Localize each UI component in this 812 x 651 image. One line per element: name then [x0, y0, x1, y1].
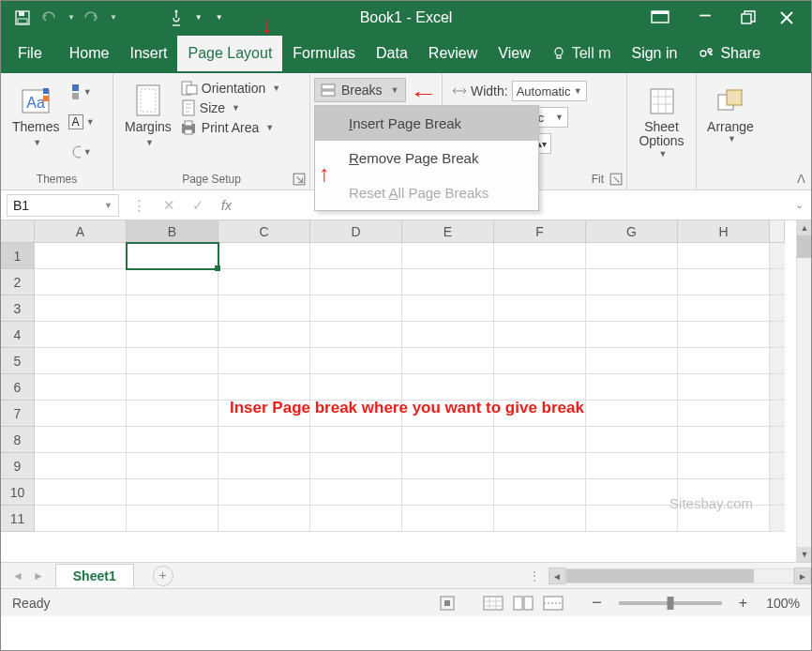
- cell[interactable]: [586, 269, 678, 295]
- undo-icon[interactable]: [38, 8, 59, 28]
- col-header[interactable]: C: [218, 220, 310, 243]
- row-header[interactable]: 11: [1, 506, 35, 532]
- redo-dropdown-icon[interactable]: ▼: [110, 13, 117, 22]
- share-button[interactable]: Share: [687, 36, 771, 71]
- col-header[interactable]: E: [402, 220, 494, 243]
- tell-me-search[interactable]: Tell m: [541, 36, 622, 71]
- cell[interactable]: [586, 243, 678, 269]
- cell[interactable]: [310, 295, 402, 322]
- cell[interactable]: [586, 453, 678, 479]
- menu-remove-page-break[interactable]: Remove Page Break: [315, 141, 538, 175]
- cell[interactable]: [678, 401, 770, 427]
- cell[interactable]: [127, 295, 218, 322]
- menu-insert-page-break[interactable]: Insert Page Break: [315, 106, 538, 141]
- cell[interactable]: [127, 243, 218, 269]
- cell[interactable]: [494, 453, 586, 479]
- tab-file[interactable]: File: [1, 36, 59, 71]
- cell[interactable]: [310, 506, 402, 532]
- cell[interactable]: [586, 374, 678, 401]
- tab-formulas[interactable]: Formulas: [282, 36, 366, 71]
- cell[interactable]: [586, 479, 678, 506]
- scroll-thumb[interactable]: [797, 235, 811, 258]
- cell[interactable]: [678, 269, 770, 295]
- page-break-view-icon[interactable]: [543, 596, 564, 611]
- cell[interactable]: [218, 348, 310, 374]
- cell[interactable]: [35, 322, 127, 348]
- row-header[interactable]: 4: [1, 322, 35, 348]
- margins-button[interactable]: Margins▼: [119, 77, 177, 155]
- cell[interactable]: [218, 453, 310, 479]
- cell[interactable]: [402, 243, 494, 269]
- cell[interactable]: [127, 269, 218, 295]
- cell[interactable]: [127, 453, 218, 479]
- cell[interactable]: [218, 322, 310, 348]
- cell[interactable]: [402, 348, 494, 374]
- row-header[interactable]: 6: [1, 374, 35, 401]
- cell[interactable]: [127, 374, 218, 401]
- scroll-down-icon[interactable]: ▼: [797, 547, 811, 562]
- cell[interactable]: [402, 374, 494, 401]
- fx-icon[interactable]: fx: [221, 198, 232, 213]
- cell[interactable]: [127, 427, 218, 453]
- hscroll-thumb[interactable]: [566, 569, 754, 583]
- cell[interactable]: [310, 427, 402, 453]
- cell[interactable]: [494, 374, 586, 401]
- cell[interactable]: [35, 374, 127, 401]
- cell[interactable]: [402, 269, 494, 295]
- cell[interactable]: [35, 243, 127, 269]
- cell[interactable]: [310, 243, 402, 269]
- select-all-corner[interactable]: [1, 220, 35, 243]
- width-combo[interactable]: Automatic▼: [512, 81, 587, 101]
- fonts-button[interactable]: A▼: [70, 110, 93, 134]
- cell[interactable]: [218, 243, 310, 269]
- cell[interactable]: [127, 479, 218, 506]
- tab-review[interactable]: Review: [418, 36, 488, 71]
- cell[interactable]: [402, 506, 494, 532]
- page-setup-launcher-icon[interactable]: [293, 173, 306, 186]
- fit-launcher-icon[interactable]: [609, 173, 623, 186]
- effects-button[interactable]: ▼: [70, 140, 93, 164]
- name-box[interactable]: B1▼: [7, 194, 119, 217]
- arrange-button[interactable]: Arrange ▼: [701, 77, 759, 149]
- cell[interactable]: [494, 348, 586, 374]
- sheet-tab-active[interactable]: Sheet1: [55, 564, 134, 587]
- undo-dropdown-icon[interactable]: ▼: [68, 13, 75, 22]
- cell[interactable]: [494, 427, 586, 453]
- cell[interactable]: [678, 453, 770, 479]
- cell[interactable]: [35, 295, 127, 322]
- scroll-up-icon[interactable]: ▲: [797, 220, 811, 235]
- cell[interactable]: [494, 243, 586, 269]
- row-header[interactable]: 7: [1, 401, 35, 427]
- themes-button[interactable]: Aa Themes▼: [7, 77, 66, 155]
- size-button[interactable]: Size▼: [181, 99, 280, 116]
- qat-customize-icon[interactable]: ▼: [216, 13, 223, 22]
- tab-data[interactable]: Data: [366, 36, 418, 71]
- cell[interactable]: [678, 374, 770, 401]
- row-header[interactable]: 3: [1, 295, 35, 322]
- col-header[interactable]: F: [494, 220, 586, 243]
- cell[interactable]: [310, 348, 402, 374]
- orientation-button[interactable]: Orientation▼: [181, 81, 280, 96]
- scroll-left-icon[interactable]: ◄: [549, 568, 565, 584]
- cell[interactable]: [310, 374, 402, 401]
- tab-page-layout[interactable]: Page Layout: [177, 36, 282, 71]
- col-header[interactable]: G: [586, 220, 678, 243]
- cell[interactable]: [494, 506, 586, 532]
- cell[interactable]: [127, 348, 218, 374]
- cell[interactable]: [586, 322, 678, 348]
- normal-view-icon[interactable]: [483, 596, 504, 611]
- col-header[interactable]: D: [310, 220, 402, 243]
- cell[interactable]: [218, 479, 310, 506]
- cell[interactable]: [218, 295, 310, 322]
- colors-button[interactable]: ▼: [70, 80, 93, 104]
- zoom-in-button[interactable]: +: [739, 595, 747, 612]
- cell[interactable]: [678, 427, 770, 453]
- col-header[interactable]: B: [127, 220, 218, 243]
- sheet-nav-next-icon[interactable]: ►: [33, 569, 44, 583]
- cell[interactable]: [127, 506, 218, 532]
- tab-home[interactable]: Home: [59, 36, 120, 71]
- split-handle-icon[interactable]: ⋮: [520, 568, 549, 583]
- zoom-slider[interactable]: [619, 601, 722, 605]
- cell[interactable]: [494, 295, 586, 322]
- page-layout-view-icon[interactable]: [513, 596, 534, 611]
